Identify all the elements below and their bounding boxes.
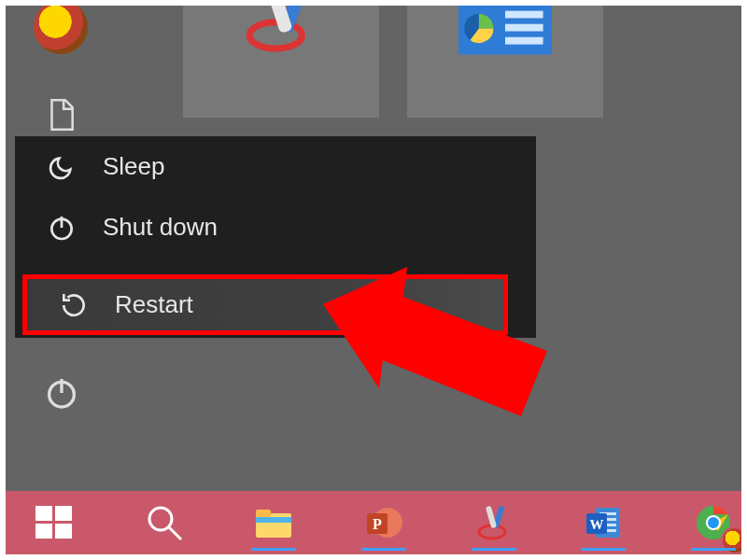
svg-point-38 <box>708 517 719 528</box>
running-indicator <box>582 548 627 551</box>
svg-rect-17 <box>55 524 72 539</box>
restart-icon <box>59 290 89 320</box>
shutdown-menu-item[interactable]: Shut down <box>15 197 536 258</box>
sleep-menu-item[interactable]: Sleep <box>15 136 536 197</box>
sleep-label: Sleep <box>103 152 165 181</box>
taskbar: P W <box>6 491 741 554</box>
documents-icon[interactable] <box>43 97 78 136</box>
svg-rect-15 <box>55 506 72 521</box>
shutdown-label: Shut down <box>103 213 218 242</box>
snipping-tool-button[interactable] <box>466 495 522 551</box>
svg-point-18 <box>149 508 172 530</box>
start-tile-control-panel[interactable] <box>407 6 603 118</box>
running-indicator <box>691 548 736 551</box>
scissors-icon <box>473 502 514 543</box>
power-icon[interactable] <box>43 374 80 415</box>
svg-point-2 <box>249 22 302 49</box>
power-off-icon <box>47 213 77 243</box>
chrome-button[interactable] <box>685 495 741 551</box>
running-indicator <box>361 548 406 551</box>
svg-rect-8 <box>505 11 543 19</box>
svg-rect-21 <box>256 510 271 517</box>
powerpoint-icon: P <box>363 502 404 543</box>
svg-rect-14 <box>35 506 52 521</box>
folder-icon <box>253 502 294 543</box>
svg-rect-9 <box>505 24 543 32</box>
word-button[interactable]: W <box>576 495 632 551</box>
restart-label: Restart <box>115 290 193 319</box>
file-explorer-button[interactable] <box>246 495 302 551</box>
start-menu-region: el Sleep Shut down Restart <box>6 6 741 554</box>
svg-rect-22 <box>256 517 291 523</box>
search-icon <box>144 502 185 543</box>
restart-menu-item[interactable]: Restart <box>22 274 508 335</box>
svg-rect-10 <box>505 37 543 45</box>
svg-text:W: W <box>590 517 604 532</box>
search-button[interactable] <box>136 495 192 551</box>
word-icon: W <box>583 502 624 543</box>
svg-text:P: P <box>373 516 382 532</box>
powerpoint-button[interactable]: P <box>356 495 412 551</box>
windows-logo-icon <box>34 502 75 543</box>
running-indicator <box>472 548 516 551</box>
start-button[interactable] <box>26 495 82 551</box>
start-tile-snipping-tool[interactable] <box>183 6 379 118</box>
user-avatar[interactable] <box>34 6 88 54</box>
screenshot-frame: el Sleep Shut down Restart <box>0 0 747 560</box>
svg-rect-16 <box>35 524 52 539</box>
running-indicator <box>251 548 296 551</box>
svg-line-19 <box>169 527 181 539</box>
power-flyout: Sleep Shut down Restart <box>15 136 536 338</box>
moon-icon <box>47 152 77 182</box>
